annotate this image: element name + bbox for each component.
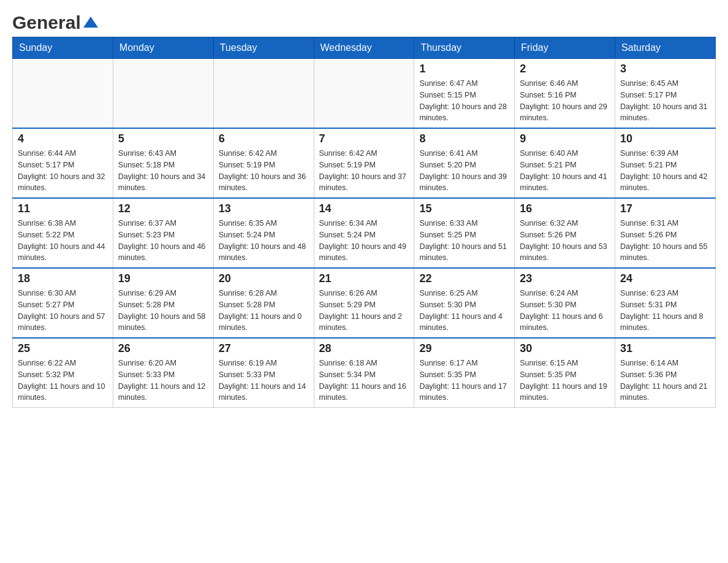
weekday-header-friday: Friday <box>515 37 615 59</box>
calendar-cell: 20Sunrise: 6:28 AM Sunset: 5:28 PM Dayli… <box>213 268 314 338</box>
day-number: 10 <box>620 132 710 145</box>
calendar-cell: 6Sunrise: 6:42 AM Sunset: 5:19 PM Daylig… <box>213 128 314 198</box>
day-number: 15 <box>419 202 509 215</box>
weekday-header-wednesday: Wednesday <box>314 37 414 59</box>
calendar-cell: 13Sunrise: 6:35 AM Sunset: 5:24 PM Dayli… <box>213 198 314 268</box>
day-info: Sunrise: 6:26 AM Sunset: 5:29 PM Dayligh… <box>319 288 409 334</box>
day-info: Sunrise: 6:37 AM Sunset: 5:23 PM Dayligh… <box>118 218 208 264</box>
calendar-cell: 4Sunrise: 6:44 AM Sunset: 5:17 PM Daylig… <box>13 128 113 198</box>
day-number: 11 <box>18 202 108 215</box>
page-header: General <box>12 12 716 31</box>
day-number: 22 <box>419 272 509 285</box>
calendar-cell: 22Sunrise: 6:25 AM Sunset: 5:30 PM Dayli… <box>414 268 515 338</box>
weekday-header-tuesday: Tuesday <box>213 37 314 59</box>
day-info: Sunrise: 6:35 AM Sunset: 5:24 PM Dayligh… <box>219 218 309 264</box>
day-info: Sunrise: 6:33 AM Sunset: 5:25 PM Dayligh… <box>419 218 509 264</box>
calendar-cell <box>13 59 113 129</box>
logo-general-text: General <box>12 12 81 33</box>
calendar-cell: 28Sunrise: 6:18 AM Sunset: 5:34 PM Dayli… <box>314 338 414 408</box>
day-info: Sunrise: 6:31 AM Sunset: 5:26 PM Dayligh… <box>620 218 710 264</box>
day-number: 25 <box>18 342 108 355</box>
day-number: 18 <box>18 272 108 285</box>
day-info: Sunrise: 6:28 AM Sunset: 5:28 PM Dayligh… <box>219 288 309 334</box>
day-number: 13 <box>219 202 309 215</box>
day-info: Sunrise: 6:15 AM Sunset: 5:35 PM Dayligh… <box>520 358 610 404</box>
day-number: 16 <box>520 202 610 215</box>
day-number: 5 <box>118 132 208 145</box>
svg-marker-0 <box>83 17 98 28</box>
calendar-cell: 8Sunrise: 6:41 AM Sunset: 5:20 PM Daylig… <box>414 128 515 198</box>
day-info: Sunrise: 6:39 AM Sunset: 5:21 PM Dayligh… <box>620 148 710 194</box>
calendar-cell: 5Sunrise: 6:43 AM Sunset: 5:18 PM Daylig… <box>113 128 213 198</box>
day-info: Sunrise: 6:18 AM Sunset: 5:34 PM Dayligh… <box>319 358 409 404</box>
calendar-cell: 7Sunrise: 6:42 AM Sunset: 5:19 PM Daylig… <box>314 128 414 198</box>
calendar-cell: 29Sunrise: 6:17 AM Sunset: 5:35 PM Dayli… <box>414 338 515 408</box>
day-number: 14 <box>319 202 409 215</box>
calendar-cell: 24Sunrise: 6:23 AM Sunset: 5:31 PM Dayli… <box>615 268 716 338</box>
day-info: Sunrise: 6:43 AM Sunset: 5:18 PM Dayligh… <box>118 148 208 194</box>
day-info: Sunrise: 6:45 AM Sunset: 5:17 PM Dayligh… <box>620 78 710 124</box>
logo-triangle-icon <box>82 14 99 31</box>
day-number: 31 <box>620 342 710 355</box>
calendar-cell <box>113 59 213 129</box>
day-info: Sunrise: 6:42 AM Sunset: 5:19 PM Dayligh… <box>319 148 409 194</box>
calendar-table: SundayMondayTuesdayWednesdayThursdayFrid… <box>12 37 716 408</box>
calendar-cell <box>314 59 414 129</box>
weekday-header-monday: Monday <box>113 37 213 59</box>
day-number: 8 <box>419 132 509 145</box>
calendar-cell: 27Sunrise: 6:19 AM Sunset: 5:33 PM Dayli… <box>213 338 314 408</box>
day-info: Sunrise: 6:41 AM Sunset: 5:20 PM Dayligh… <box>419 148 509 194</box>
week-row-4: 18Sunrise: 6:30 AM Sunset: 5:27 PM Dayli… <box>13 268 716 338</box>
week-row-2: 4Sunrise: 6:44 AM Sunset: 5:17 PM Daylig… <box>13 128 716 198</box>
day-info: Sunrise: 6:34 AM Sunset: 5:24 PM Dayligh… <box>319 218 409 264</box>
week-row-5: 25Sunrise: 6:22 AM Sunset: 5:32 PM Dayli… <box>13 338 716 408</box>
calendar-cell: 30Sunrise: 6:15 AM Sunset: 5:35 PM Dayli… <box>515 338 615 408</box>
day-info: Sunrise: 6:44 AM Sunset: 5:17 PM Dayligh… <box>18 148 108 194</box>
day-info: Sunrise: 6:42 AM Sunset: 5:19 PM Dayligh… <box>219 148 309 194</box>
calendar-cell: 14Sunrise: 6:34 AM Sunset: 5:24 PM Dayli… <box>314 198 414 268</box>
calendar-cell: 15Sunrise: 6:33 AM Sunset: 5:25 PM Dayli… <box>414 198 515 268</box>
calendar-cell <box>213 59 314 129</box>
day-info: Sunrise: 6:46 AM Sunset: 5:16 PM Dayligh… <box>520 78 610 124</box>
calendar-cell: 12Sunrise: 6:37 AM Sunset: 5:23 PM Dayli… <box>113 198 213 268</box>
day-info: Sunrise: 6:38 AM Sunset: 5:22 PM Dayligh… <box>18 218 108 264</box>
day-info: Sunrise: 6:14 AM Sunset: 5:36 PM Dayligh… <box>620 358 710 404</box>
day-info: Sunrise: 6:25 AM Sunset: 5:30 PM Dayligh… <box>419 288 509 334</box>
weekday-header-sunday: Sunday <box>13 37 113 59</box>
day-info: Sunrise: 6:24 AM Sunset: 5:30 PM Dayligh… <box>520 288 610 334</box>
week-row-3: 11Sunrise: 6:38 AM Sunset: 5:22 PM Dayli… <box>13 198 716 268</box>
logo: General <box>12 12 99 31</box>
calendar-cell: 10Sunrise: 6:39 AM Sunset: 5:21 PM Dayli… <box>615 128 716 198</box>
calendar-cell: 18Sunrise: 6:30 AM Sunset: 5:27 PM Dayli… <box>13 268 113 338</box>
day-info: Sunrise: 6:22 AM Sunset: 5:32 PM Dayligh… <box>18 358 108 404</box>
day-number: 19 <box>118 272 208 285</box>
day-number: 9 <box>520 132 610 145</box>
day-number: 23 <box>520 272 610 285</box>
calendar-cell: 21Sunrise: 6:26 AM Sunset: 5:29 PM Dayli… <box>314 268 414 338</box>
calendar-cell: 16Sunrise: 6:32 AM Sunset: 5:26 PM Dayli… <box>515 198 615 268</box>
day-info: Sunrise: 6:19 AM Sunset: 5:33 PM Dayligh… <box>219 358 309 404</box>
calendar-cell: 3Sunrise: 6:45 AM Sunset: 5:17 PM Daylig… <box>615 59 716 129</box>
calendar-cell: 31Sunrise: 6:14 AM Sunset: 5:36 PM Dayli… <box>615 338 716 408</box>
calendar-cell: 9Sunrise: 6:40 AM Sunset: 5:21 PM Daylig… <box>515 128 615 198</box>
weekday-header-saturday: Saturday <box>615 37 716 59</box>
day-number: 20 <box>219 272 309 285</box>
calendar-cell: 19Sunrise: 6:29 AM Sunset: 5:28 PM Dayli… <box>113 268 213 338</box>
day-number: 24 <box>620 272 710 285</box>
day-info: Sunrise: 6:23 AM Sunset: 5:31 PM Dayligh… <box>620 288 710 334</box>
day-number: 4 <box>18 132 108 145</box>
day-info: Sunrise: 6:32 AM Sunset: 5:26 PM Dayligh… <box>520 218 610 264</box>
day-number: 27 <box>219 342 309 355</box>
day-number: 30 <box>520 342 610 355</box>
calendar-cell: 1Sunrise: 6:47 AM Sunset: 5:15 PM Daylig… <box>414 59 515 129</box>
calendar-cell: 17Sunrise: 6:31 AM Sunset: 5:26 PM Dayli… <box>615 198 716 268</box>
day-number: 3 <box>620 63 710 75</box>
calendar-cell: 25Sunrise: 6:22 AM Sunset: 5:32 PM Dayli… <box>13 338 113 408</box>
weekday-header-thursday: Thursday <box>414 37 515 59</box>
day-number: 2 <box>520 63 610 75</box>
day-info: Sunrise: 6:17 AM Sunset: 5:35 PM Dayligh… <box>419 358 509 404</box>
calendar-cell: 11Sunrise: 6:38 AM Sunset: 5:22 PM Dayli… <box>13 198 113 268</box>
day-info: Sunrise: 6:40 AM Sunset: 5:21 PM Dayligh… <box>520 148 610 194</box>
day-info: Sunrise: 6:47 AM Sunset: 5:15 PM Dayligh… <box>419 78 509 124</box>
day-info: Sunrise: 6:20 AM Sunset: 5:33 PM Dayligh… <box>118 358 208 404</box>
